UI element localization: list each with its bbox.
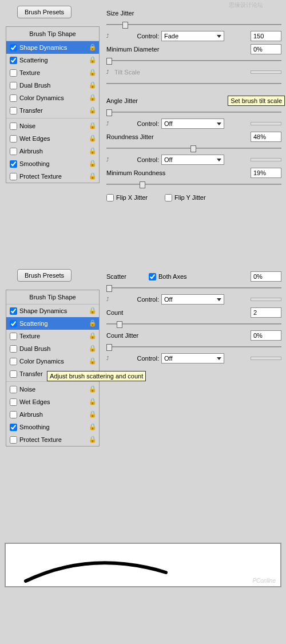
lock-icon[interactable]: 🔒 — [89, 106, 96, 114]
control-label: Control: — [126, 296, 159, 303]
color-dynamics-checkbox[interactable] — [10, 358, 17, 365]
label: Protect Texture — [19, 173, 86, 180]
protect-texture-checkbox[interactable] — [10, 173, 17, 180]
lock-icon[interactable]: 🔒 — [89, 44, 96, 52]
brush-presets-button[interactable]: Brush Presets — [17, 269, 72, 282]
roundness-jitter-input[interactable]: 48% — [251, 132, 281, 142]
transfer-checkbox[interactable] — [10, 107, 17, 114]
brush-tip-shape-header[interactable]: Brush Tip Shape — [6, 290, 99, 305]
lock-icon[interactable]: 🔒 — [89, 94, 96, 102]
lock-icon[interactable]: 🔒 — [89, 385, 96, 393]
shelf-protect-texture[interactable]: Protect Texture🔒 — [6, 433, 99, 446]
lock-icon[interactable]: 🔒 — [89, 423, 96, 431]
lock-icon[interactable]: 🔒 — [89, 172, 96, 180]
lock-icon[interactable]: 🔒 — [89, 345, 96, 353]
fade-value-input[interactable]: 150 — [251, 31, 281, 41]
shelf-dual-brush[interactable]: Dual Brush🔒 — [6, 342, 99, 355]
color-dynamics-checkbox[interactable] — [10, 94, 17, 102]
count-jitter-control-dropdown[interactable]: Off — [161, 353, 224, 364]
angle-jitter-slider[interactable] — [106, 108, 281, 116]
both-axes-checkbox[interactable]: Both Axes — [149, 273, 187, 280]
min-diameter-slider[interactable] — [106, 57, 281, 65]
lock-icon[interactable]: 🔒 — [89, 332, 96, 340]
smoothing-checkbox[interactable] — [10, 160, 17, 168]
shelf-scattering[interactable]: Scattering🔒 — [6, 54, 99, 66]
roundness-jitter-slider[interactable] — [106, 144, 281, 152]
scattering-checkbox[interactable] — [10, 320, 17, 327]
lock-icon[interactable]: 🔒 — [89, 69, 96, 77]
brush-options-shelf: Brush Tip Shape Shape Dynamics🔒 Scatteri… — [6, 290, 100, 447]
lock-icon[interactable]: 🔒 — [89, 147, 96, 155]
dual-brush-checkbox[interactable] — [10, 345, 17, 353]
dual-brush-checkbox[interactable] — [10, 82, 17, 89]
flip-x-jitter-checkbox[interactable]: Flip X Jitter — [106, 194, 148, 202]
count-jitter-slider[interactable] — [106, 343, 281, 351]
brush-presets-button[interactable]: Brush Presets — [17, 6, 72, 18]
lock-icon[interactable]: 🔒 — [89, 319, 96, 327]
flip-y-jitter-checkbox[interactable]: Flip Y Jitter — [165, 194, 206, 202]
noise-checkbox[interactable] — [10, 123, 17, 130]
lock-icon[interactable]: 🔒 — [89, 160, 96, 168]
shape-dynamics-checkbox[interactable] — [10, 44, 17, 52]
airbrush-checkbox[interactable] — [10, 411, 17, 418]
lock-icon[interactable]: 🔒 — [89, 410, 96, 418]
label: Airbrush — [19, 411, 86, 418]
shelf-texture[interactable]: Texture🔒 — [6, 330, 99, 342]
min-diameter-input[interactable]: 0% — [251, 44, 281, 54]
texture-checkbox[interactable] — [10, 333, 17, 340]
tooltip: Adjust brush scattering and count — [47, 371, 146, 381]
shelf-wet-edges[interactable]: Wet Edges🔒 — [6, 132, 99, 145]
size-jitter-control-dropdown[interactable]: Fade — [161, 31, 224, 41]
min-roundness-slider[interactable] — [106, 180, 281, 188]
count-jitter-input[interactable]: 0% — [251, 330, 281, 341]
shelf-airbrush[interactable]: Airbrush🔒 — [6, 408, 99, 421]
shelf-protect-texture[interactable]: Protect Texture🔒 — [6, 170, 99, 183]
shape-dynamics-checkbox[interactable] — [10, 307, 17, 315]
scatter-control-dropdown[interactable]: Off — [161, 294, 224, 305]
scatter-slider[interactable] — [106, 284, 281, 292]
brush-tip-shape-header[interactable]: Brush Tip Shape — [6, 27, 99, 41]
shelf-smoothing[interactable]: Smoothing🔒 — [6, 421, 99, 433]
lock-icon[interactable]: 🔒 — [89, 307, 96, 315]
lock-icon[interactable]: 🔒 — [89, 81, 96, 89]
label: Transfer — [19, 107, 86, 114]
shelf-shape-dynamics[interactable]: Shape Dynamics🔒 — [6, 41, 99, 54]
lock-icon[interactable]: 🔒 — [89, 357, 96, 365]
smoothing-checkbox[interactable] — [10, 424, 17, 431]
shelf-dual-brush[interactable]: Dual Brush🔒 — [6, 79, 99, 92]
shelf-scattering[interactable]: Scattering🔒 — [6, 317, 99, 330]
count-input[interactable]: 2 — [251, 307, 281, 318]
texture-checkbox[interactable] — [10, 69, 17, 77]
tilt-scale-input — [251, 70, 281, 74]
lock-icon[interactable]: 🔒 — [89, 122, 96, 130]
scattering-checkbox[interactable] — [10, 57, 17, 64]
brush-stroke-preview — [23, 555, 172, 584]
shelf-airbrush[interactable]: Airbrush🔒 — [6, 145, 99, 157]
wet-edges-checkbox[interactable] — [10, 135, 17, 143]
lock-icon[interactable]: 🔒 — [89, 135, 96, 143]
airbrush-checkbox[interactable] — [10, 148, 17, 155]
shelf-noise[interactable]: Noise🔒 — [6, 383, 99, 396]
wet-edges-checkbox[interactable] — [10, 398, 17, 406]
lock-icon[interactable]: 🔒 — [89, 56, 96, 64]
shelf-color-dynamics[interactable]: Color Dynamics🔒 — [6, 355, 99, 368]
transfer-checkbox[interactable] — [10, 370, 17, 378]
lock-icon[interactable]: 🔒 — [89, 436, 96, 444]
scatter-input[interactable]: 0% — [251, 271, 281, 282]
protect-texture-checkbox[interactable] — [10, 436, 17, 444]
shelf-transfer[interactable]: Transfer🔒 — [6, 104, 99, 117]
lock-icon[interactable]: 🔒 — [89, 398, 96, 406]
angle-jitter-control-dropdown[interactable]: Off — [161, 118, 224, 129]
label: Airbrush — [19, 148, 86, 155]
shelf-noise[interactable]: Noise🔒 — [6, 120, 99, 132]
shelf-color-dynamics[interactable]: Color Dynamics🔒 — [6, 92, 99, 104]
count-slider[interactable] — [106, 320, 281, 328]
shelf-shape-dynamics[interactable]: Shape Dynamics🔒 — [6, 305, 99, 317]
shelf-wet-edges[interactable]: Wet Edges🔒 — [6, 396, 99, 408]
size-jitter-slider[interactable] — [106, 21, 281, 29]
shelf-texture[interactable]: Texture🔒 — [6, 66, 99, 79]
noise-checkbox[interactable] — [10, 386, 17, 393]
roundness-control-dropdown[interactable]: Off — [161, 155, 224, 165]
min-roundness-input[interactable]: 19% — [251, 168, 281, 178]
shelf-smoothing[interactable]: Smoothing🔒 — [6, 157, 99, 170]
